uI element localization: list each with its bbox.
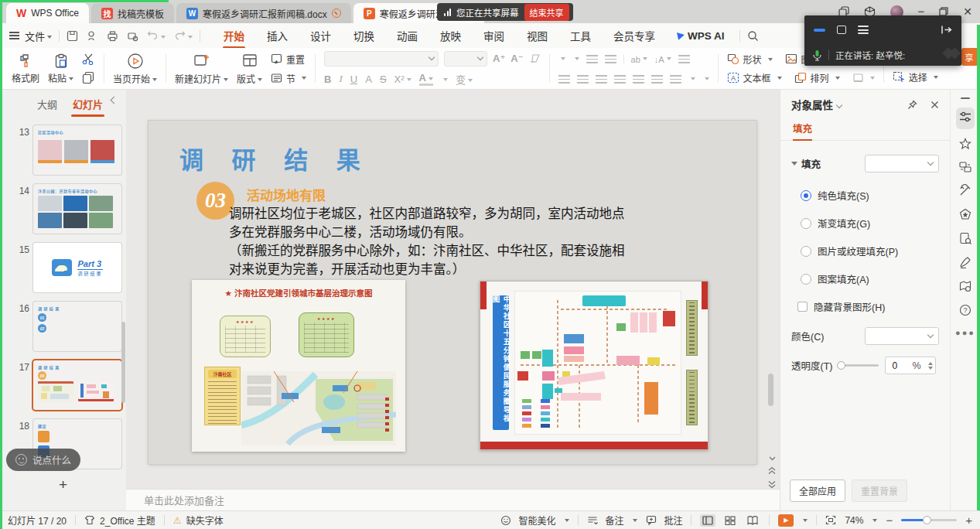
scroll-down-icon[interactable] <box>769 456 776 461</box>
copy-icon[interactable] <box>82 71 94 84</box>
align-left-button[interactable] <box>558 74 570 84</box>
help-icon[interactable]: ? <box>959 304 971 316</box>
option-gradient-fill[interactable]: 渐变填充(G) <box>801 216 950 230</box>
minimize-button[interactable]: − <box>918 8 925 15</box>
zoom-out-button[interactable]: − <box>886 514 893 527</box>
notebook-search-icon[interactable] <box>959 232 971 244</box>
panel-title-chevron-icon[interactable] <box>836 102 842 108</box>
canvas-scrollbar[interactable] <box>768 374 773 406</box>
notes-button[interactable]: 备注 <box>587 514 637 527</box>
menu-insert[interactable]: 插入 <box>266 23 289 48</box>
underline-button[interactable]: U <box>350 73 357 85</box>
justify-button[interactable] <box>614 74 626 84</box>
print-preview-icon[interactable] <box>127 30 138 42</box>
next-slide-icon[interactable] <box>768 480 776 489</box>
cut-icon[interactable] <box>82 53 95 65</box>
menu-design[interactable]: 设计 <box>309 23 332 48</box>
properties-rail-icon[interactable] <box>956 108 975 129</box>
slide-sorter-view-button[interactable] <box>722 514 738 527</box>
increase-font-button[interactable]: A⁺ <box>493 53 505 64</box>
menu-transition[interactable]: 切换 <box>353 23 375 48</box>
option-picture-fill[interactable]: 图片或纹理填充(P) <box>801 244 950 258</box>
font-family-select[interactable] <box>324 51 439 67</box>
meeting-chat-pill[interactable]: 说点什么 <box>6 449 80 471</box>
para-layout-button[interactable] <box>702 72 709 86</box>
export-icon[interactable] <box>87 30 98 42</box>
comments-button[interactable]: 批注 <box>646 514 682 527</box>
save-icon[interactable] <box>67 30 78 42</box>
undo-button[interactable] <box>147 29 166 42</box>
reset-slide-button[interactable]: 重置 <box>271 53 306 66</box>
option-solid-fill[interactable]: 纯色填充(S) <box>801 188 950 203</box>
color-select[interactable] <box>865 327 939 345</box>
text-direction-button[interactable]: ab <box>631 52 647 66</box>
slide-thumb-14[interactable]: 14 汴京公园：开封市老年活动中心 <box>12 184 126 234</box>
decrease-indent-button[interactable] <box>586 54 598 63</box>
meeting-list-icon[interactable] <box>858 26 869 34</box>
tab-slides[interactable]: 幻灯片 <box>73 97 103 111</box>
pin-icon[interactable] <box>907 100 917 110</box>
slider-thumb[interactable] <box>837 361 845 370</box>
photo-biannan-map[interactable]: ★ 汴南社区党建引领城市基层治理示意图 ★★★★ ★★★★ 汴南社区 <box>192 280 405 452</box>
slide-thumb-15[interactable]: 15 Part 3 调研结果 <box>12 243 126 292</box>
file-menu[interactable]: 文件 <box>25 29 52 43</box>
text-rotate-button[interactable]: ↓A <box>654 52 671 66</box>
smart-shape-icon[interactable] <box>959 208 971 220</box>
font-size-select[interactable] <box>444 51 487 67</box>
increase-indent-button[interactable] <box>605 54 616 63</box>
strikethrough-button[interactable]: S <box>380 73 387 85</box>
close-panel-icon[interactable] <box>930 101 939 109</box>
transparency-slider[interactable] <box>838 364 879 367</box>
sidebar-scrollbar[interactable] <box>121 322 125 403</box>
fill-tab[interactable]: 填充 <box>793 121 812 141</box>
hamburger-icon[interactable] <box>9 32 19 39</box>
columns-button[interactable] <box>651 74 663 84</box>
meeting-minimize-icon[interactable] <box>814 29 825 32</box>
toolbox-icon[interactable] <box>959 184 971 196</box>
slide-thumb-17-selected[interactable]: 17 调 研 结 果 03 <box>12 360 126 410</box>
menu-member[interactable]: 会员专享 <box>613 23 656 48</box>
reading-view-button[interactable] <box>745 514 760 527</box>
slideshow-play-button[interactable]: ▶ <box>778 514 808 527</box>
section-button[interactable]: 节 <box>271 72 306 85</box>
zoom-slider[interactable] <box>901 519 957 521</box>
option-pattern-fill[interactable]: 图案填充(A) <box>801 271 950 286</box>
shapes-button[interactable]: 形状 <box>727 53 773 66</box>
redo-button[interactable] <box>174 29 193 42</box>
distribute-button[interactable] <box>633 74 644 84</box>
slide-17-canvas[interactable]: 调 研 结 果 03 活动场地有限 调研社区均位于老城区，社区内部道路较窄，多为… <box>149 121 756 464</box>
normal-view-button[interactable] <box>700 514 715 527</box>
menu-wps-ai[interactable]: WPS AI <box>677 26 726 46</box>
switch-shape-icon[interactable] <box>959 162 971 172</box>
format-painter-button[interactable]: 格式刷 <box>12 53 39 84</box>
close-button[interactable]: ✕ <box>963 5 972 18</box>
line-spacing-button[interactable] <box>688 72 695 86</box>
slide-bg-button[interactable] <box>852 73 875 84</box>
tab-outline[interactable]: 大纲 <box>37 97 57 111</box>
more-tools-icon[interactable]: ●●● <box>955 328 975 337</box>
theme-name[interactable]: 2_Office 主题 <box>100 514 155 527</box>
tab-wps-office[interactable]: W WPS Office <box>6 3 89 23</box>
tab-docx[interactable]: W 寒假返乡调研汇报新闻稿.docx <box>176 3 351 23</box>
bold-button[interactable]: B <box>324 73 331 85</box>
effects-star-icon[interactable] <box>959 138 971 150</box>
slide-thumb-13[interactable]: 13 社区活动中心 <box>12 125 126 175</box>
photo-zhonghua-map[interactable]: 中华社区十五分钟便民服务圈导视图 <box>480 281 709 450</box>
add-slide-button[interactable]: + <box>0 476 126 493</box>
previous-slide-icon[interactable] <box>768 466 776 475</box>
decrease-font-button[interactable]: A⁻ <box>510 53 523 64</box>
reset-background-button[interactable]: 重置背景 <box>852 480 907 502</box>
fill-preset-select[interactable] <box>865 155 939 172</box>
numbered-list-button[interactable] <box>572 52 579 66</box>
menu-animation[interactable]: 动画 <box>396 23 418 48</box>
zoom-slider-thumb[interactable] <box>923 516 931 524</box>
menu-home[interactable]: 开始 <box>223 23 245 48</box>
meeting-window-icon[interactable] <box>837 26 846 34</box>
clear-format-icon[interactable] <box>529 53 541 63</box>
convert-smartart-button[interactable] <box>678 54 690 63</box>
play-from-current-button[interactable]: 当页开始 <box>113 53 157 85</box>
slide-thumb-16[interactable]: 16 调 研 结 果 01 02 <box>12 302 126 351</box>
transparency-input[interactable] <box>892 360 909 371</box>
signature-pen-icon[interactable] <box>959 256 971 268</box>
hide-background-checkbox[interactable]: 隐藏背景图形(H) <box>797 299 950 314</box>
